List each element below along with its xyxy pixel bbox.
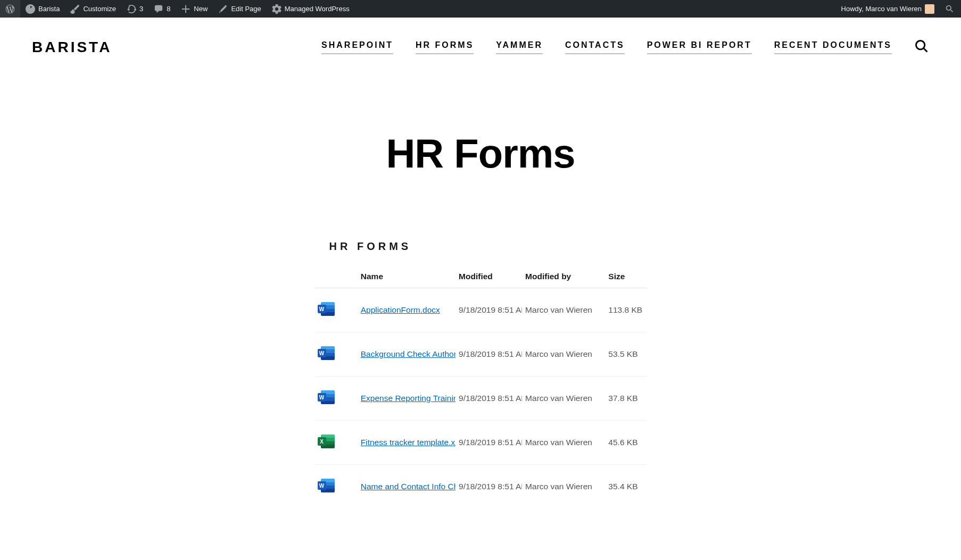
dashboard-icon xyxy=(26,4,35,14)
nav-yammer[interactable]: YAMMER xyxy=(496,40,543,54)
nav-hr-forms[interactable]: HR FORMS xyxy=(416,40,474,54)
wp-site-name: Barista xyxy=(38,5,60,13)
plus-icon xyxy=(181,4,190,14)
file-name-cell: ApplicationForm.docx xyxy=(345,288,455,332)
wp-managed-link[interactable]: Managed WordPress xyxy=(267,0,355,18)
updates-icon xyxy=(127,4,136,14)
wp-admin-right: Howdy, Marco van Wieren xyxy=(836,4,957,14)
file-size-cell: 113.8 KB xyxy=(605,288,647,332)
hr-forms-section: HR FORMS Name Modified Modified by Size … xyxy=(314,240,647,508)
file-modified-by-cell: Marco van Wieren xyxy=(522,465,605,509)
col-header-modified[interactable]: Modified xyxy=(455,265,522,288)
wp-comments-count: 8 xyxy=(167,5,170,13)
file-icon-cell xyxy=(314,421,345,465)
wp-updates-link[interactable]: 3 xyxy=(121,0,148,18)
file-size-cell: 35.4 KB xyxy=(605,465,647,509)
col-header-icon xyxy=(314,265,345,288)
wp-managed-label: Managed WordPress xyxy=(285,5,350,13)
wp-customize-link[interactable]: Customize xyxy=(65,0,121,18)
site-header: BARISTA SHAREPOINT HR FORMS YAMMER CONTA… xyxy=(0,18,961,72)
gear-icon xyxy=(272,4,281,14)
wp-search-button[interactable] xyxy=(943,4,957,14)
table-row: Background Check Authoriza 9/18/2019 8:5… xyxy=(314,332,647,377)
file-icon-cell xyxy=(314,288,345,332)
file-modified-by-cell: Marco van Wieren xyxy=(522,421,605,465)
nav-recent-docs[interactable]: RECENT DOCUMENTS xyxy=(774,40,892,54)
avatar xyxy=(925,4,934,14)
wp-new-link[interactable]: New xyxy=(176,0,213,18)
file-modified-cell: 9/18/2019 8:51 AM xyxy=(455,288,522,332)
file-modified-cell: 9/18/2019 8:51 AM xyxy=(455,465,522,509)
site-search-button[interactable] xyxy=(914,39,929,56)
file-modified-by-cell: Marco van Wieren xyxy=(522,288,605,332)
word-file-icon xyxy=(321,302,335,316)
table-row: Fitness tracker template.xlsx 9/18/2019 … xyxy=(314,421,647,465)
file-icon-cell xyxy=(314,377,345,421)
table-row: Name and Contact Info Chan 9/18/2019 8:5… xyxy=(314,465,647,509)
search-icon xyxy=(914,39,929,54)
table-row: Expense Reporting Training G 9/18/2019 8… xyxy=(314,377,647,421)
file-name-cell: Expense Reporting Training G xyxy=(345,377,455,421)
main-nav: SHAREPOINT HR FORMS YAMMER CONTACTS POWE… xyxy=(321,39,929,56)
file-link[interactable]: Name and Contact Info Chan xyxy=(361,482,455,491)
svg-line-1 xyxy=(924,48,927,52)
wp-admin-bar: Barista Customize 3 8 New xyxy=(0,0,961,18)
wp-edit-page-label: Edit Page xyxy=(231,5,261,13)
file-modified-cell: 9/18/2019 8:51 AM xyxy=(455,377,522,421)
col-header-name[interactable]: Name xyxy=(345,265,455,288)
wp-account-link[interactable]: Howdy, Marco van Wieren xyxy=(836,4,938,14)
pencil-icon xyxy=(218,4,228,14)
table-row: ApplicationForm.docx 9/18/2019 8:51 AM M… xyxy=(314,288,647,332)
page-title: HR Forms xyxy=(0,130,961,177)
file-link[interactable]: ApplicationForm.docx xyxy=(361,305,440,314)
word-file-icon xyxy=(321,390,335,404)
file-modified-by-cell: Marco van Wieren xyxy=(522,377,605,421)
brush-icon xyxy=(70,4,80,14)
wordpress-icon xyxy=(5,4,15,14)
nav-power-bi[interactable]: POWER BI REPORT xyxy=(647,40,752,54)
wp-new-label: New xyxy=(194,5,208,13)
word-file-icon xyxy=(321,346,335,360)
file-link[interactable]: Background Check Authoriza xyxy=(361,349,455,358)
nav-contacts[interactable]: CONTACTS xyxy=(565,40,625,54)
file-modified-cell: 9/18/2019 8:51 AM xyxy=(455,332,522,377)
file-name-cell: Fitness tracker template.xlsx xyxy=(345,421,455,465)
file-name-cell: Background Check Authoriza xyxy=(345,332,455,377)
word-file-icon xyxy=(321,479,335,492)
col-header-modified-by[interactable]: Modified by xyxy=(522,265,605,288)
table-header-row: Name Modified Modified by Size xyxy=(314,265,647,288)
svg-point-0 xyxy=(916,41,925,49)
file-size-cell: 37.8 KB xyxy=(605,377,647,421)
wp-customize-label: Customize xyxy=(83,5,115,13)
wp-admin-left: Barista Customize 3 8 New xyxy=(0,0,355,18)
section-heading: HR FORMS xyxy=(314,240,647,253)
comments-icon xyxy=(154,4,163,14)
search-icon xyxy=(945,4,955,14)
nav-sharepoint[interactable]: SHAREPOINT xyxy=(321,40,393,54)
excel-file-icon xyxy=(321,434,335,448)
wp-edit-page-link[interactable]: Edit Page xyxy=(213,0,266,18)
wp-comments-link[interactable]: 8 xyxy=(148,0,176,18)
wp-howdy-label: Howdy, Marco van Wieren xyxy=(841,5,922,13)
file-name-cell: Name and Contact Info Chan xyxy=(345,465,455,509)
file-link[interactable]: Expense Reporting Training G xyxy=(361,394,455,403)
wp-logo-menu[interactable] xyxy=(0,0,20,18)
col-header-size[interactable]: Size xyxy=(605,265,647,288)
site-logo[interactable]: BARISTA xyxy=(32,39,112,56)
file-size-cell: 53.5 KB xyxy=(605,332,647,377)
file-modified-by-cell: Marco van Wieren xyxy=(522,332,605,377)
file-link[interactable]: Fitness tracker template.xlsx xyxy=(361,438,455,447)
file-modified-cell: 9/18/2019 8:51 AM xyxy=(455,421,522,465)
wp-updates-count: 3 xyxy=(139,5,143,13)
page-viewport[interactable]: BARISTA SHAREPOINT HR FORMS YAMMER CONTA… xyxy=(0,18,961,560)
file-icon-cell xyxy=(314,465,345,509)
file-table: Name Modified Modified by Size Applicati… xyxy=(314,265,647,508)
file-icon-cell xyxy=(314,332,345,377)
file-size-cell: 45.6 KB xyxy=(605,421,647,465)
wp-site-link[interactable]: Barista xyxy=(20,0,65,18)
